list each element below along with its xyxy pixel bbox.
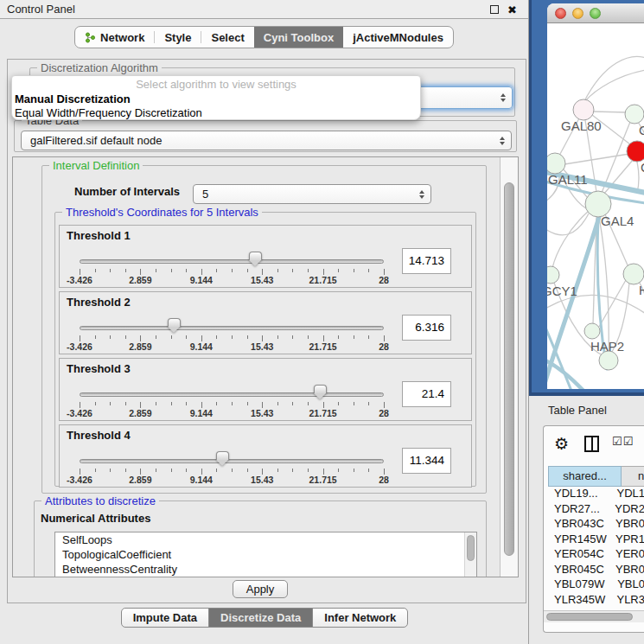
attribute-item-selfloops[interactable]: SelfLoops [55, 532, 476, 547]
tab-cyni-toolbox[interactable]: Cyni Toolbox [254, 27, 343, 48]
select-columns-icons[interactable]: ☑☑ [612, 435, 634, 448]
number-of-intervals-combobox[interactable]: 5 [193, 184, 431, 204]
scale-label: 2.859 [129, 341, 151, 352]
tick-mark [140, 335, 141, 341]
tab-network[interactable]: Network [75, 27, 154, 48]
tick-mark [232, 469, 233, 472]
columns-icon[interactable] [584, 436, 599, 452]
tick-mark [292, 335, 293, 339]
table-row[interactable]: YBR045CYBR0 [548, 563, 644, 578]
tab-infer-network[interactable]: Infer Network [312, 608, 408, 628]
table-row[interactable]: YER054CYER0 [548, 547, 644, 563]
combo-spinner-icon[interactable] [501, 93, 506, 102]
close-icon[interactable]: ✖ [507, 2, 517, 18]
tick-mark [186, 269, 187, 272]
tab-style[interactable]: Style [155, 27, 201, 48]
table-row[interactable]: YDL19...YDL1 [548, 487, 644, 502]
table-data-combobox[interactable]: galFiltered.sif default node [21, 131, 512, 150]
tab-label: Style [164, 31, 191, 44]
network-node-hap2[interactable] [584, 323, 600, 339]
tick-mark [95, 402, 96, 405]
cell-shared-name: YLR345W [548, 593, 612, 609]
network-node-h[interactable] [623, 264, 644, 284]
threshold-value-field[interactable]: 11.344 [402, 448, 451, 474]
threshold-value-field[interactable]: 14.713 [402, 248, 451, 274]
network-node-gal80[interactable] [573, 99, 594, 120]
slider-track[interactable] [80, 392, 384, 397]
scale-label: 21.715 [309, 475, 337, 485]
list-scrollbar[interactable] [464, 532, 476, 577]
table-row[interactable]: YBL079WYBL0 [548, 577, 644, 593]
table-row[interactable]: YDR27...YDR2 [548, 502, 644, 518]
threshold-value-field[interactable]: 6.316 [402, 315, 451, 341]
threshold-label: Threshold 1 [67, 229, 131, 242]
attribute-item-betweennesscentrality[interactable]: BetweennessCentrality [55, 562, 476, 577]
tick-mark [308, 269, 309, 272]
network-node-gal11[interactable] [547, 153, 565, 174]
tick-mark [125, 402, 126, 405]
network-node-ga[interactable] [625, 105, 644, 124]
tick-mark [308, 402, 309, 405]
table-header-shared-name[interactable]: shared... [548, 466, 622, 487]
scrollbar-thumb[interactable] [546, 613, 633, 621]
network-node[interactable] [599, 351, 618, 370]
dropdown-option-manual-discretization[interactable]: Manual Discretization [15, 92, 131, 105]
slider-track[interactable] [80, 259, 384, 264]
scale-label: -3.426 [67, 475, 92, 485]
tick-mark [262, 469, 263, 475]
dropdown-option-equal-width-frequency-discretization[interactable]: Equal Width/Frequency Discretization [15, 106, 202, 119]
minimize-traffic-light[interactable] [572, 8, 583, 19]
tick-mark [95, 269, 96, 272]
zoom-traffic-light[interactable] [590, 8, 601, 19]
cell-shared-name: YBR045C [548, 563, 611, 578]
tick-mark [201, 402, 202, 408]
tab-discretize-data[interactable]: Discretize Data [208, 608, 313, 628]
tick-mark [323, 469, 324, 475]
network-canvas[interactable]: GAL80GACGAL11GAL4GCY1HHAP2 [547, 23, 644, 389]
tab-impute-data[interactable]: Impute Data [121, 608, 209, 628]
scrollbar-thumb[interactable] [467, 535, 475, 561]
table-header-name[interactable]: n [622, 466, 644, 487]
scale-label: 9.144 [190, 341, 213, 352]
table-panel-title: Table Panel [548, 404, 607, 417]
threshold-panel: Threshold 2 -3.4262.8599.14415.4321.7152… [59, 291, 472, 354]
tick-mark [140, 402, 141, 408]
network-window-titlebar[interactable] [547, 3, 644, 23]
slider-thumb[interactable] [314, 385, 327, 399]
tick-mark [125, 269, 126, 272]
scrollbar-thumb[interactable] [504, 182, 514, 556]
tick-mark [277, 402, 278, 405]
slider-thumb[interactable] [249, 252, 262, 266]
slider-track[interactable] [80, 459, 384, 463]
slider-track[interactable] [80, 326, 384, 330]
tab-jactivemnodules[interactable]: jActiveMNodules [343, 27, 453, 48]
table-row[interactable]: YLR345WYLR3 [548, 593, 644, 609]
close-traffic-light[interactable] [555, 8, 566, 19]
apply-button[interactable]: Apply [233, 580, 288, 598]
table-row[interactable]: YPR145WYPR1 [548, 532, 644, 548]
attribute-item-topologicalcoefficient[interactable]: TopologicalCoefficient [55, 547, 476, 562]
tick-mark [292, 269, 293, 272]
network-node-gcy1[interactable] [547, 266, 559, 284]
tick-mark [156, 269, 156, 272]
tab-select[interactable]: Select [201, 27, 253, 48]
combo-spinner-icon[interactable] [419, 190, 424, 199]
settings-scrollpane: Interval Definition Number of Intervals … [12, 156, 519, 577]
threshold-value-field[interactable]: 21.4 [402, 381, 451, 407]
table-row[interactable]: YBR043CYBR0 [548, 517, 644, 532]
table-horizontal-scrollbar[interactable] [544, 610, 644, 622]
tick-mark [125, 469, 126, 472]
gear-icon[interactable]: ⚙ [554, 433, 569, 454]
attributes-group-title: Attributes to discretize [41, 494, 159, 507]
slider-thumb[interactable] [216, 451, 229, 466]
network-view-window[interactable]: GAL80GACGAL11GAL4GCY1HHAP2 [547, 3, 644, 389]
network-node-c[interactable] [627, 141, 644, 162]
numerical-attributes-list[interactable]: SelfLoopsTopologicalCoefficientBetweenne… [54, 532, 477, 577]
slider-thumb[interactable] [168, 318, 181, 333]
tick-mark [292, 402, 293, 405]
combo-spinner-icon[interactable] [500, 137, 505, 145]
tick-mark [323, 402, 324, 408]
table-data-value: galFiltered.sif default node [30, 131, 162, 150]
panel-scrollbar[interactable] [500, 157, 518, 577]
float-window-icon[interactable] [490, 5, 499, 14]
